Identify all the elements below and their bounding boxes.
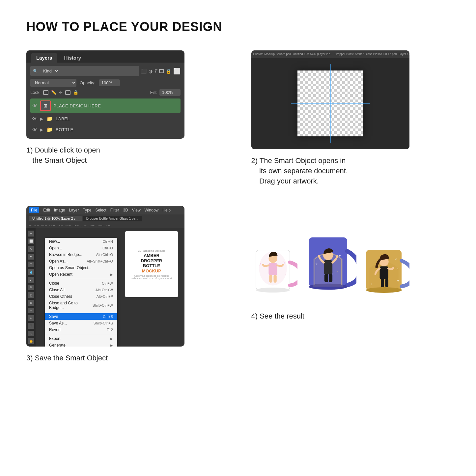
file-menu-new[interactable]: New...Ctrl+N — [45, 238, 117, 245]
file-menu-close-others[interactable]: Close OthersAlt+Ctrl+P — [45, 293, 117, 300]
ps-tab-item-1: Custom-Mockup-Square.psd — [253, 52, 291, 56]
menu-window[interactable]: Window — [145, 208, 159, 212]
step-2-number: 2) — [251, 156, 258, 165]
adjust-icon: ◑ — [149, 69, 153, 74]
file-menu-generate[interactable]: Generate▶ — [45, 342, 117, 347]
tool-brush[interactable]: 🖌 — [28, 277, 34, 282]
step-1-caption: 1) Double click to open the Smart Object — [26, 145, 100, 166]
mugs-container: ♪ ♫ ♩ — [251, 206, 409, 305]
tool-eyedropper[interactable]: 💧 — [28, 269, 34, 275]
fill-input[interactable] — [159, 89, 181, 96]
menu-help[interactable]: Help — [162, 208, 171, 212]
tool-shape[interactable]: ◇ — [28, 331, 34, 336]
layers-tabs: Layers History — [26, 50, 184, 63]
step-3-number: 3) — [26, 354, 33, 362]
tool-eraser[interactable]: ◻ — [28, 292, 34, 298]
tool-gradient[interactable]: ▦ — [28, 300, 34, 305]
layers-search-row: 🔍 Kind ⬛ ◑ T 🔒 ⬜ — [30, 66, 181, 76]
file-menu-open-smart[interactable]: Open as Smart Object... — [45, 265, 117, 271]
menu-layer[interactable]: Layer — [69, 208, 79, 212]
layer-place-design-name: PLACE DESIGN HERE — [53, 103, 101, 108]
layer-place-design[interactable]: 👁 ⊞ PLACE DESIGN HERE — [30, 98, 181, 113]
tool-hand[interactable]: ✋ — [28, 338, 34, 344]
file-menu-close[interactable]: CloseCtrl+W — [45, 280, 117, 287]
svg-rect-4 — [268, 263, 277, 275]
ps-tabs-bar: Untitled-1 @ 100% (Layer 2 c... Dropper-… — [26, 214, 184, 223]
step-2-cell: Custom-Mockup-Square.psd Untitled-1 @ 54… — [251, 50, 450, 186]
lock-transparency-icon — [43, 90, 48, 95]
file-menu-open[interactable]: Open...Ctrl+O — [45, 245, 117, 251]
tool-pen[interactable]: ✒ — [28, 315, 34, 321]
file-menu-open-recent[interactable]: Open Recent▶ — [45, 271, 117, 278]
tool-lasso[interactable]: ∿ — [28, 246, 34, 252]
menu-filter[interactable]: Filter — [110, 208, 119, 212]
svg-text:✧: ✧ — [315, 262, 318, 266]
svg-rect-22 — [380, 266, 388, 279]
blend-mode-select[interactable]: Normal — [30, 79, 76, 87]
step-1-cell: Layers History 🔍 Kind ⬛ ◑ T 🔒 — [26, 50, 225, 186]
file-menu-export[interactable]: Export▶ — [45, 335, 117, 342]
mug-white-pink: ♪ ♫ ♩ — [251, 236, 297, 301]
lock-paint-icon: ✏️ — [51, 90, 56, 95]
step-3-cell: File Edit Image Layer Type Select Filter… — [26, 206, 225, 363]
menu-select[interactable]: Select — [95, 208, 106, 212]
ps-doc-tab-1[interactable]: Untitled-1 @ 100% (Layer 2 c... — [29, 216, 82, 221]
ps-doc-tab-2[interactable]: Dropper-Bottle-Amber-Glass-1 pa... — [83, 216, 142, 221]
svg-rect-13 — [324, 260, 332, 274]
visibility-eye-icon-label[interactable]: 👁 — [32, 116, 38, 122]
menu-view[interactable]: View — [132, 208, 141, 212]
layers-mode-row: Normal Opacity: — [30, 79, 181, 87]
menu-image[interactable]: Image — [54, 208, 65, 212]
kind-select[interactable]: Kind — [40, 67, 59, 75]
step-3-caption: 3) Save the Smart Object — [26, 353, 108, 363]
file-menu-open-as[interactable]: Open As...Alt+Shift+Ctrl+O — [45, 258, 117, 265]
frame-icon — [159, 69, 164, 73]
layer-label[interactable]: 👁 ▶ 📁 LABEL — [30, 114, 181, 124]
svg-text:♪: ♪ — [336, 270, 338, 273]
crosshair-vertical — [330, 64, 331, 143]
mockup-small-label: 01 Packaging Mockups — [138, 249, 165, 252]
svg-text:♩: ♩ — [371, 283, 372, 286]
visibility-eye-icon-bottle[interactable]: 👁 — [32, 127, 38, 133]
tool-crop[interactable]: ⊡ — [28, 262, 34, 267]
ps-rulers: 600 800 1000 1200 1400 1600 1800 2000 22… — [26, 223, 184, 228]
tool-magic-wand[interactable]: ✦ — [28, 254, 34, 259]
file-menu-save[interactable]: SaveCtrl+S — [45, 313, 117, 320]
layer-bottle[interactable]: 👁 ▶ 📁 BOTTLE — [30, 125, 181, 135]
file-menu-revert[interactable]: RevertF12 — [45, 326, 117, 333]
opacity-input[interactable] — [99, 79, 120, 86]
menu-type[interactable]: Type — [83, 208, 91, 212]
layers-panel: Layers History 🔍 Kind ⬛ ◑ T 🔒 — [26, 50, 184, 139]
menu-edit[interactable]: Edit — [43, 208, 50, 212]
ps-document: Custom-Mockup-Square.psd Untitled-1 @ 54… — [251, 50, 409, 149]
tab-layers[interactable]: Layers — [31, 53, 57, 63]
file-menu-browse-bridge[interactable]: Browse in Bridge...Alt+Ctrl+O — [45, 251, 117, 258]
tool-select-rect[interactable]: ⬜ — [28, 238, 34, 244]
menu-3d[interactable]: 3D — [123, 208, 128, 212]
tool-dodge[interactable]: ○ — [28, 308, 34, 313]
trash-icon: ⬜ — [173, 68, 181, 75]
svg-rect-14 — [324, 274, 328, 282]
step-4-cell: ♪ ♫ ♩ — [251, 206, 450, 363]
layer-expand-arrow-bottle[interactable]: ▶ — [40, 127, 43, 132]
tool-move[interactable]: ✛ — [28, 231, 34, 236]
tool-type[interactable]: T — [28, 323, 34, 328]
svg-text:♪: ♪ — [395, 257, 397, 261]
search-icon: 🔍 — [33, 69, 38, 73]
tab-history[interactable]: History — [59, 53, 86, 63]
ps-content: New...Ctrl+N Open...Ctrl+O Browse in Bri… — [36, 228, 184, 347]
layers-search-box[interactable]: 🔍 Kind — [30, 66, 139, 76]
lock-label: Lock: — [30, 90, 41, 95]
step-1-number: 1) — [26, 146, 33, 154]
menu-file[interactable]: File — [29, 207, 39, 213]
layer-expand-arrow[interactable]: ▶ — [40, 117, 43, 121]
folder-icon-label: 📁 — [46, 116, 53, 122]
file-menu-close-bridge[interactable]: Close and Go to Bridge...Shift+Ctrl+W — [45, 300, 117, 311]
tool-clone[interactable]: ⊕ — [28, 285, 34, 290]
visibility-eye-icon[interactable]: 👁 — [32, 103, 38, 109]
svg-rect-23 — [381, 279, 384, 287]
svg-text:♫: ♫ — [282, 261, 285, 265]
file-menu-save-as[interactable]: Save As...Shift+Ctrl+S — [45, 320, 117, 326]
file-menu-close-all[interactable]: Close AllAlt+Ctrl+W — [45, 287, 117, 293]
ps-menubar: File Edit Image Layer Type Select Filter… — [26, 206, 184, 214]
